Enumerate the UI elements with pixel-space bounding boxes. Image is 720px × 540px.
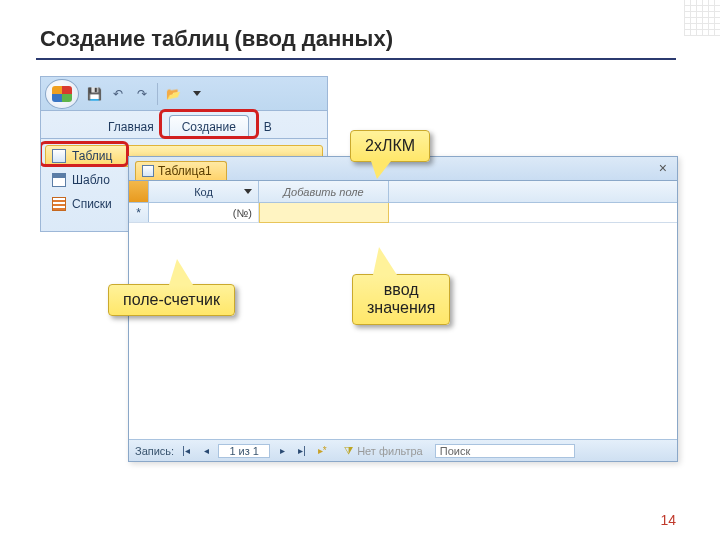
callout-text: 2хЛКМ	[365, 137, 415, 154]
cell-id-new: (№)	[149, 203, 259, 222]
ribbon-tab-row: Главная Создание В	[41, 111, 327, 139]
callout-counter-field: поле-счетчик	[108, 284, 235, 316]
nav-last-icon[interactable]: ▸|	[294, 444, 310, 458]
qat-separator	[157, 83, 158, 105]
template-icon	[52, 173, 66, 187]
column-header-id[interactable]: Код	[149, 181, 259, 202]
redo-icon[interactable]: ↷	[133, 85, 151, 103]
datasheet-tab[interactable]: Таблица1	[135, 161, 227, 180]
callout-tail	[373, 247, 397, 275]
filter-indicator[interactable]: ⧩ Нет фильтра	[344, 444, 423, 457]
datasheet-tab-label: Таблица1	[158, 164, 212, 178]
search-input[interactable]: Поиск	[435, 444, 575, 458]
nav-item-label: Списки	[72, 197, 112, 211]
column-header-add-field[interactable]: Добавить поле	[259, 181, 389, 202]
tab-home[interactable]: Главная	[95, 115, 167, 138]
callout-double-click: 2хЛКМ	[350, 130, 430, 162]
office-button[interactable]	[45, 79, 79, 109]
record-navigator: Запись: |◂ ◂ 1 из 1 ▸ ▸| ▸* ⧩ Нет фильтр…	[129, 439, 677, 461]
nav-item-label: Шабло	[72, 173, 110, 187]
table-icon	[142, 165, 154, 177]
nav-first-icon[interactable]: |◂	[178, 444, 194, 458]
row-selector[interactable]: *	[129, 203, 149, 222]
record-position[interactable]: 1 из 1	[218, 444, 270, 458]
callout-tail	[371, 161, 391, 179]
nav-prev-icon[interactable]: ◂	[198, 444, 214, 458]
record-label: Запись:	[135, 445, 174, 457]
save-icon[interactable]: 💾	[85, 85, 103, 103]
callout-text-line2: значения	[367, 299, 435, 317]
new-record-icon: *	[136, 206, 141, 220]
chevron-down-icon[interactable]	[244, 189, 252, 194]
filter-icon: ⧩	[344, 444, 353, 457]
callout-text: поле-счетчик	[123, 291, 220, 308]
title-underline	[36, 58, 676, 60]
column-header-label: Код	[194, 186, 213, 198]
new-record-row[interactable]: * (№)	[129, 203, 677, 223]
slide-number: 14	[660, 512, 676, 528]
select-all-cell[interactable]	[129, 181, 149, 202]
cell-add-field-active[interactable]	[259, 203, 389, 223]
tab-next[interactable]: В	[251, 115, 285, 138]
qat-dropdown-icon[interactable]	[188, 85, 206, 103]
office-logo-icon	[52, 86, 72, 102]
nav-next-icon[interactable]: ▸	[274, 444, 290, 458]
close-button[interactable]: ×	[655, 160, 671, 176]
quick-access-toolbar: 💾 ↶ ↷ 📂	[41, 77, 327, 111]
nav-new-icon[interactable]: ▸*	[314, 444, 330, 458]
nav-item-label: Таблиц	[72, 149, 112, 163]
filter-label: Нет фильтра	[357, 445, 423, 457]
table-icon	[52, 149, 66, 163]
callout-enter-value: ввод значения	[352, 274, 450, 325]
undo-icon[interactable]: ↶	[109, 85, 127, 103]
slide-corner-decoration	[684, 0, 720, 36]
callout-tail	[169, 259, 193, 285]
slide-title: Создание таблиц (ввод данных)	[40, 26, 393, 52]
list-icon	[52, 197, 66, 211]
tab-create[interactable]: Создание	[169, 115, 249, 138]
column-header-row: Код Добавить поле	[129, 181, 677, 203]
callout-text-line1: ввод	[367, 281, 435, 299]
open-folder-icon[interactable]: 📂	[164, 85, 182, 103]
